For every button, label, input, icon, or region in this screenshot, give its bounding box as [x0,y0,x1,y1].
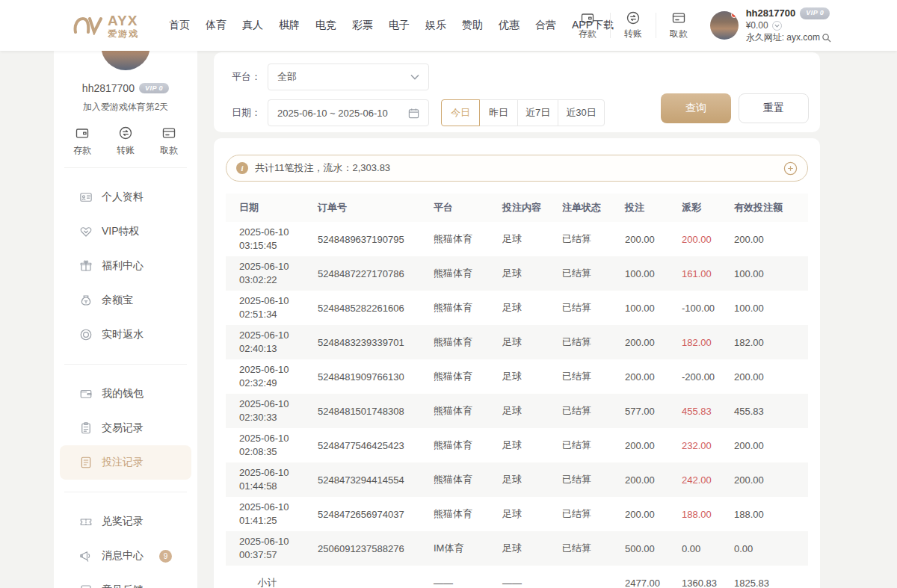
cell-payout: 232.00 [682,440,734,451]
user-avatar[interactable] [710,11,739,40]
balance-refresh-icon[interactable] [772,21,782,31]
separator [610,13,611,38]
cell-status: 已结算 [562,404,625,418]
nav-item-7[interactable]: 娱乐 [425,19,446,32]
cell-content: 足球 [502,335,562,349]
column-header-2: 平台 [434,201,502,214]
column-header-7: 有效投注额 [734,201,808,214]
calendar-icon [408,108,419,119]
nav-item-3[interactable]: 棋牌 [279,19,300,32]
header-action-转账[interactable]: 转账 [615,10,651,40]
cell-order-number: 5248481909766130 [318,371,434,383]
transactions-icon [79,421,93,435]
cell-order-number: 5248477546425423 [318,440,434,451]
cell-order-number: 5248487227170786 [318,268,434,279]
sidebar-item-实时返水[interactable]: 实时返水 [60,318,191,352]
table-row[interactable]: 2025-06-1001:41:255248472656974037熊猫体育足球… [226,497,808,531]
cell-platform: 熊猫体育 [434,267,502,280]
search-button[interactable]: 查询 [661,93,731,123]
cell-payout: 188.00 [682,509,734,520]
table-row[interactable]: 2025-06-1000:37:572506091237588276IM体育足球… [226,531,808,566]
filter-panel: 平台： 全部 日期： 2025-06-10 ~ 2025-06-10 今日昨日近… [214,52,820,132]
date-range-input[interactable]: 2025-06-10 ~ 2025-06-10 [268,99,429,126]
sidebar-item-我的钱包[interactable]: 我的钱包 [60,377,191,411]
sidebar-item-VIP特权[interactable]: VIP特权 [60,214,191,249]
table-row[interactable]: 2025-06-1002:40:135248483239339701熊猫体育足球… [226,325,808,359]
reset-button[interactable]: 重置 [739,93,809,123]
search-icon[interactable] [822,33,831,43]
range-button-昨日[interactable]: 昨日 [479,99,518,126]
cell-payout: 161.00 [682,268,734,279]
divider [64,167,187,168]
cell-valid-bet: 0.00 [734,543,808,554]
subtotal-content: —— [502,578,562,588]
top-header: AYX 爱游戏 首页体育真人棋牌电竞彩票电子娱乐赞助优惠合营APP下载 存款转账… [0,0,897,51]
table-row[interactable]: 2025-06-1002:08:355248477546425423熊猫体育足球… [226,428,808,462]
table-header-row: 日期订单号平台投注内容注单状态投注派彩有效投注额 [226,194,808,222]
sidebar-item-余额宝[interactable]: 余额宝 [60,283,191,318]
nav-item-10[interactable]: 合营 [535,19,556,32]
brand-name: AYX [108,13,139,28]
cell-status: 已结算 [562,301,625,315]
sidebar-item-个人资料[interactable]: 个人资料 [60,180,191,214]
cell-valid-bet: 200.00 [734,371,808,383]
sidebar-item-消息中心[interactable]: 消息中心9 [60,539,191,573]
subtotal-label: 小计 [239,576,318,588]
sidebar-action-存款[interactable]: 存款 [73,126,91,157]
table-row[interactable]: 2025-06-1003:15:455248489637190795熊猫体育足球… [226,222,808,256]
cell-valid-bet: 200.00 [734,474,808,486]
cell-platform: 熊猫体育 [434,335,502,349]
cell-status: 已结算 [562,232,625,246]
sidebar-vip-badge: VIP 0 [139,83,169,93]
nav-item-4[interactable]: 电竞 [315,19,336,32]
range-button-近7日[interactable]: 近7日 [517,99,558,126]
sidebar-item-意见反馈[interactable]: 意见反馈 [60,573,191,588]
sidebar-item-兑奖记录[interactable]: 兑奖记录 [60,504,191,539]
nav-item-6[interactable]: 电子 [389,19,410,32]
sidebar-action-转账[interactable]: 转账 [117,126,135,157]
sidebar-item-福利中心[interactable]: 福利中心 [60,249,191,283]
separator [656,13,656,38]
cell-content: 足球 [502,301,562,315]
platform-select[interactable]: 全部 [268,64,429,90]
nav-item-1[interactable]: 体育 [206,19,226,32]
subtotal-platform: —— [434,578,502,588]
cell-bet: 200.00 [625,474,682,486]
cell-status: 已结算 [562,439,625,452]
header-action-存款[interactable]: 存款 [570,10,605,40]
table-row[interactable]: 2025-06-1001:44:585248473294414554熊猫体育足球… [226,462,808,497]
cell-platform: 熊猫体育 [434,507,502,521]
table-row[interactable]: 2025-06-1002:51:345248485282261606熊猫体育足球… [226,291,808,325]
bet-records-panel: i 共计11笔投注，流水：2,303.83 日期订单号平台投注内容注单状态投注派… [214,138,820,588]
range-button-近30日[interactable]: 近30日 [558,99,604,126]
table-row[interactable]: 2025-06-1003:02:225248487227170786熊猫体育足球… [226,256,808,291]
column-header-0: 日期 [239,201,318,214]
cell-date: 2025-06-1000:37:57 [239,535,318,561]
expand-icon[interactable] [783,161,798,176]
nav-item-0[interactable]: 首页 [169,19,190,32]
range-button-今日[interactable]: 今日 [441,99,480,126]
nav-item-8[interactable]: 赞助 [462,19,483,32]
sidebar-item-投注记录[interactable]: 投注记录 [60,445,191,480]
sidebar-action-取款[interactable]: 取款 [160,126,178,157]
table-row[interactable]: 2025-06-1002:30:335248481501748308熊猫体育足球… [226,394,808,428]
cell-valid-bet: 188.00 [734,509,808,520]
cell-platform: 熊猫体育 [434,439,502,452]
profile-icon [79,191,93,204]
table-row[interactable]: 2025-06-1002:32:495248481909766130熊猫体育足球… [226,359,808,394]
cell-status: 已结算 [562,370,625,383]
permanent-url: 永久网址: ayx.com [746,32,820,43]
nav-item-2[interactable]: 真人 [242,19,263,32]
cell-valid-bet: 100.00 [734,268,808,279]
logo-mark-icon [73,16,103,35]
nav-item-5[interactable]: 彩票 [352,19,373,32]
header-action-取款[interactable]: 取款 [661,10,697,40]
brand-logo[interactable]: AYX 爱游戏 [73,13,139,38]
column-header-4: 注单状态 [562,201,625,214]
column-header-3: 投注内容 [502,201,562,214]
transfer-icon [118,126,133,140]
nav-item-9[interactable]: 优惠 [499,19,520,32]
sidebar-item-交易记录[interactable]: 交易记录 [60,411,191,445]
cell-payout: 0.00 [682,543,734,554]
brand-name-cn: 爱游戏 [108,29,139,38]
